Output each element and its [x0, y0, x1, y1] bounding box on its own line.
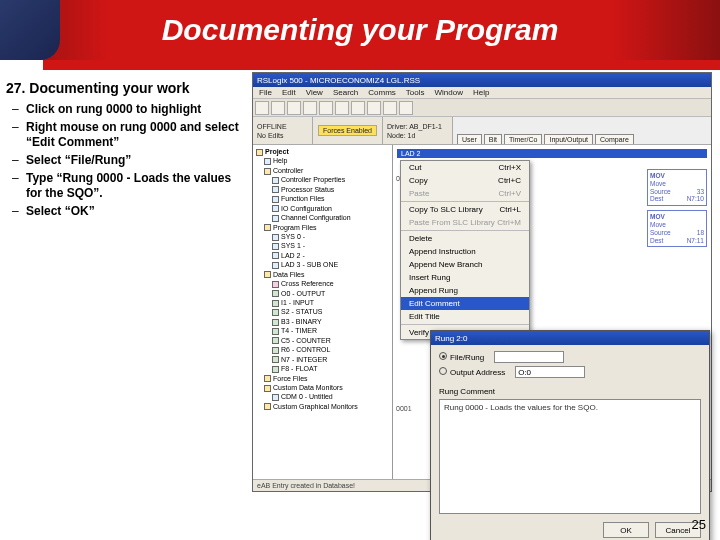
menu-item[interactable]: File: [259, 88, 272, 97]
ctx-cut[interactable]: CutCtrl+X: [401, 161, 529, 174]
toolbar-button[interactable]: [383, 101, 397, 115]
radio-output-address[interactable]: Output Address: [439, 367, 505, 377]
instructions-panel: 27. Documenting your work –Click on rung…: [0, 70, 250, 510]
mode-label: OFFLINE: [257, 123, 308, 130]
ctx-append-instr[interactable]: Append Instruction: [401, 245, 529, 258]
section-label: Rung Comment: [439, 387, 701, 396]
toolbar-button[interactable]: [399, 101, 413, 115]
dialog-title: Rung 2:0: [435, 334, 467, 343]
instructions-list: –Click on rung 0000 to highlight –Right …: [6, 102, 242, 219]
instruction-step: –Type “Rung 0000 - Loads the values for …: [12, 171, 242, 201]
context-menu[interactable]: CutCtrl+X CopyCtrl+C PasteCtrl+V Copy To…: [400, 160, 530, 340]
slide-number: 25: [692, 517, 706, 532]
tab[interactable]: Input/Output: [544, 134, 593, 144]
status-row: OFFLINE No Edits Forces Enabled Driver: …: [253, 117, 711, 145]
instruction-tabs: User Bit Timer/Co Input/Output Compare: [453, 117, 711, 144]
comment-textarea[interactable]: Rung 0000 - Loads the values for the SQO…: [439, 399, 701, 514]
window-title: RSLogix 500 - MICROECONOMIZ4 LGL.RSS: [257, 76, 420, 85]
menu-item[interactable]: Edit: [282, 88, 296, 97]
status-message: eAB Entry created in Database!: [257, 482, 355, 489]
edits-label: No Edits: [257, 132, 308, 139]
ctx-insert-rung[interactable]: Insert Rung: [401, 271, 529, 284]
menu-item[interactable]: Search: [333, 88, 358, 97]
toolbar-button[interactable]: [351, 101, 365, 115]
instruction-step: –Select “OK”: [12, 204, 242, 219]
menu-item[interactable]: Tools: [406, 88, 425, 97]
ctx-copy-lib[interactable]: Copy To SLC LibraryCtrl+L: [401, 203, 529, 216]
instruction-step: –Click on rung 0000 to highlight: [12, 102, 242, 117]
project-tree[interactable]: Project Help Controller Controller Prope…: [253, 145, 393, 479]
ok-button[interactable]: OK: [603, 522, 649, 538]
ctx-edit-title[interactable]: Edit Title: [401, 310, 529, 323]
menu-item[interactable]: Comms: [368, 88, 396, 97]
toolbar-button[interactable]: [255, 101, 269, 115]
mov-instruction[interactable]: MOV Move Source33 DestN7:10: [647, 169, 707, 206]
dialog-titlebar: Rung 2:0: [431, 331, 709, 345]
address-input-2[interactable]: [515, 366, 585, 378]
radio-file-rung[interactable]: File/Rung: [439, 352, 484, 362]
toolbar-button[interactable]: [335, 101, 349, 115]
window-titlebar: RSLogix 500 - MICROECONOMIZ4 LGL.RSS: [253, 73, 711, 87]
instruction-step: –Select “File/Rung”: [12, 153, 242, 168]
ctx-paste-lib[interactable]: Paste From SLC LibraryCtrl+M: [401, 216, 529, 229]
toolbar: [253, 99, 711, 117]
ladder-title: LAD 2: [397, 149, 707, 158]
address-input-1[interactable]: [494, 351, 564, 363]
ctx-edit-comment[interactable]: Edit Comment: [401, 297, 529, 310]
tab[interactable]: Compare: [595, 134, 634, 144]
toolbar-button[interactable]: [271, 101, 285, 115]
toolbar-button[interactable]: [319, 101, 333, 115]
driver-label: Driver: AB_DF1-1: [387, 123, 448, 130]
toolbar-button[interactable]: [367, 101, 381, 115]
ctx-append-rung[interactable]: Append Rung: [401, 284, 529, 297]
ctx-paste[interactable]: PasteCtrl+V: [401, 187, 529, 200]
forces-badge: Forces Enabled: [318, 125, 377, 136]
rung-number[interactable]: 0001: [396, 405, 412, 412]
toolbar-button[interactable]: [303, 101, 317, 115]
instruction-step: –Right mouse on rung 0000 and select “Ed…: [12, 120, 242, 150]
node-label: Node: 1d: [387, 132, 448, 139]
ctx-copy[interactable]: CopyCtrl+C: [401, 174, 529, 187]
ctx-delete[interactable]: Delete: [401, 232, 529, 245]
tab[interactable]: Bit: [484, 134, 502, 144]
tab[interactable]: User: [457, 134, 482, 144]
slide-title-bar: Documenting your Program: [0, 0, 720, 60]
menu-item[interactable]: Window: [435, 88, 463, 97]
toolbar-button[interactable]: [287, 101, 301, 115]
ctx-append-branch[interactable]: Append New Branch: [401, 258, 529, 271]
tab[interactable]: Timer/Co: [504, 134, 543, 144]
rung-comment-dialog: Rung 2:0 File/Rung Output Address Rung C…: [430, 330, 710, 540]
title-underline: [0, 60, 720, 70]
slide-title: Documenting your Program: [162, 13, 559, 47]
screenshot-area: RSLogix 500 - MICROECONOMIZ4 LGL.RSS Fil…: [250, 70, 720, 510]
mov-instruction[interactable]: MOV Move Source18 DestN7:11: [647, 210, 707, 247]
menu-item[interactable]: View: [306, 88, 323, 97]
instructions-heading: 27. Documenting your work: [6, 80, 242, 96]
menu-item[interactable]: Help: [473, 88, 489, 97]
menu-bar[interactable]: File Edit View Search Comms Tools Window…: [253, 87, 711, 99]
